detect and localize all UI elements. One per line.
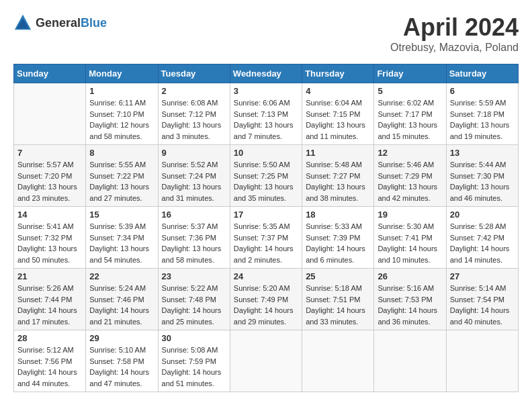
day-number: 20 [450, 210, 515, 220]
daylight-text: Daylight: 14 hours and 33 minutes. [306, 306, 365, 326]
weekday-header-tuesday: Tuesday [158, 64, 230, 83]
day-info: Sunrise: 5:08 AMSunset: 7:59 PMDaylight:… [162, 345, 226, 389]
sunset-text: Sunset: 7:12 PM [162, 110, 216, 118]
sunrise-text: Sunrise: 5:12 AM [17, 346, 74, 354]
calendar-cell: 7Sunrise: 5:57 AMSunset: 7:20 PMDaylight… [14, 145, 86, 207]
daylight-text: Daylight: 14 hours and 36 minutes. [378, 306, 437, 326]
daylight-text: Daylight: 13 hours and 19 minutes. [450, 121, 510, 140]
day-number: 7 [17, 148, 82, 158]
day-info: Sunrise: 5:26 AMSunset: 7:44 PMDaylight:… [17, 283, 82, 327]
sunset-text: Sunset: 7:10 PM [89, 110, 144, 118]
calendar-week-row: 28Sunrise: 5:12 AMSunset: 7:56 PMDayligh… [14, 330, 519, 392]
sunrise-text: Sunrise: 5:24 AM [89, 284, 146, 292]
sunrise-text: Sunrise: 5:16 AM [378, 284, 434, 292]
calendar-cell: 28Sunrise: 5:12 AMSunset: 7:56 PMDayligh… [14, 330, 86, 392]
sunrise-text: Sunrise: 5:20 AM [234, 284, 290, 292]
calendar-cell: 3Sunrise: 6:06 AMSunset: 7:13 PMDaylight… [230, 83, 302, 145]
day-number: 13 [450, 148, 515, 158]
day-info: Sunrise: 5:35 AMSunset: 7:37 PMDaylight:… [234, 221, 298, 265]
sunrise-text: Sunrise: 5:57 AM [17, 161, 74, 169]
sunset-text: Sunset: 7:49 PM [234, 295, 288, 304]
sunrise-text: Sunrise: 5:41 AM [17, 222, 74, 230]
day-info: Sunrise: 5:57 AMSunset: 7:20 PMDaylight:… [17, 159, 82, 203]
day-number: 28 [17, 333, 82, 343]
sunset-text: Sunset: 7:41 PM [378, 234, 432, 242]
calendar-cell: 2Sunrise: 6:08 AMSunset: 7:12 PMDaylight… [158, 83, 230, 145]
sunrise-text: Sunrise: 5:50 AM [234, 161, 290, 169]
sunrise-text: Sunrise: 5:39 AM [89, 222, 146, 230]
daylight-text: Daylight: 13 hours and 23 minutes. [17, 183, 77, 202]
calendar-cell: 1Sunrise: 6:11 AMSunset: 7:10 PMDaylight… [86, 83, 158, 145]
sunrise-text: Sunrise: 6:08 AM [162, 99, 218, 107]
daylight-text: Daylight: 14 hours and 10 minutes. [378, 244, 437, 264]
daylight-text: Daylight: 13 hours and 50 minutes. [17, 244, 77, 264]
day-info: Sunrise: 5:12 AMSunset: 7:56 PMDaylight:… [17, 345, 82, 389]
weekday-header-saturday: Saturday [446, 64, 518, 83]
day-number: 15 [89, 210, 154, 220]
sunset-text: Sunset: 7:13 PM [234, 110, 288, 118]
day-number: 3 [234, 86, 298, 96]
daylight-text: Daylight: 13 hours and 15 minutes. [378, 121, 437, 140]
sunset-text: Sunset: 7:39 PM [306, 234, 360, 242]
logo-text-general: General [36, 16, 81, 30]
sunset-text: Sunset: 7:30 PM [450, 172, 504, 180]
calendar-cell: 11Sunrise: 5:48 AMSunset: 7:27 PMDayligh… [302, 145, 374, 207]
month-title: April 2024 [390, 13, 519, 42]
sunset-text: Sunset: 7:20 PM [17, 172, 72, 180]
calendar-cell [14, 83, 86, 145]
sunset-text: Sunset: 7:24 PM [162, 172, 216, 180]
sunset-text: Sunset: 7:42 PM [450, 234, 504, 242]
day-info: Sunrise: 5:33 AMSunset: 7:39 PMDaylight:… [306, 221, 370, 265]
day-number: 25 [306, 271, 370, 281]
sunset-text: Sunset: 7:32 PM [17, 234, 72, 242]
day-info: Sunrise: 5:52 AMSunset: 7:24 PMDaylight:… [162, 159, 226, 203]
sunrise-text: Sunrise: 5:44 AM [450, 161, 506, 169]
daylight-text: Daylight: 13 hours and 35 minutes. [234, 183, 294, 202]
day-info: Sunrise: 5:30 AMSunset: 7:41 PMDaylight:… [378, 221, 442, 265]
day-number: 10 [234, 148, 298, 158]
day-number: 5 [378, 86, 442, 96]
day-number: 30 [162, 333, 226, 343]
calendar-cell: 25Sunrise: 5:18 AMSunset: 7:51 PMDayligh… [302, 269, 374, 330]
calendar-cell: 17Sunrise: 5:35 AMSunset: 7:37 PMDayligh… [230, 207, 302, 269]
calendar-cell [446, 330, 518, 392]
sunrise-text: Sunrise: 6:06 AM [234, 99, 290, 107]
sunrise-text: Sunrise: 5:46 AM [378, 161, 434, 169]
sunrise-text: Sunrise: 5:28 AM [450, 222, 506, 230]
daylight-text: Daylight: 13 hours and 42 minutes. [378, 183, 437, 202]
weekday-header-monday: Monday [86, 64, 158, 83]
sunrise-text: Sunrise: 6:02 AM [378, 99, 434, 107]
calendar-cell: 26Sunrise: 5:16 AMSunset: 7:53 PMDayligh… [374, 269, 446, 330]
day-number: 2 [162, 86, 226, 96]
sunset-text: Sunset: 7:37 PM [234, 234, 288, 242]
day-info: Sunrise: 5:37 AMSunset: 7:36 PMDaylight:… [162, 221, 226, 265]
day-info: Sunrise: 5:24 AMSunset: 7:46 PMDaylight:… [89, 283, 154, 327]
daylight-text: Daylight: 13 hours and 38 minutes. [306, 183, 365, 202]
weekday-header-thursday: Thursday [302, 64, 374, 83]
day-info: Sunrise: 5:55 AMSunset: 7:22 PMDaylight:… [89, 159, 154, 203]
sunset-text: Sunset: 7:25 PM [234, 172, 288, 180]
daylight-text: Daylight: 14 hours and 21 minutes. [89, 306, 149, 326]
sunset-text: Sunset: 7:15 PM [306, 110, 360, 118]
daylight-text: Daylight: 14 hours and 29 minutes. [234, 306, 294, 326]
calendar-cell: 19Sunrise: 5:30 AMSunset: 7:41 PMDayligh… [374, 207, 446, 269]
sunrise-text: Sunrise: 5:35 AM [234, 222, 290, 230]
calendar-cell [374, 330, 446, 392]
day-info: Sunrise: 5:50 AMSunset: 7:25 PMDaylight:… [234, 159, 298, 203]
calendar-week-row: 21Sunrise: 5:26 AMSunset: 7:44 PMDayligh… [14, 269, 519, 330]
day-number: 23 [162, 271, 226, 281]
calendar-cell: 16Sunrise: 5:37 AMSunset: 7:36 PMDayligh… [158, 207, 230, 269]
calendar-cell: 29Sunrise: 5:10 AMSunset: 7:58 PMDayligh… [86, 330, 158, 392]
calendar-cell: 15Sunrise: 5:39 AMSunset: 7:34 PMDayligh… [86, 207, 158, 269]
logo: GeneralBlue [13, 13, 107, 32]
sunrise-text: Sunrise: 5:37 AM [162, 222, 218, 230]
daylight-text: Daylight: 13 hours and 7 minutes. [234, 121, 294, 140]
weekday-header-row: SundayMondayTuesdayWednesdayThursdayFrid… [14, 64, 519, 83]
daylight-text: Daylight: 14 hours and 14 minutes. [450, 244, 510, 264]
day-info: Sunrise: 5:16 AMSunset: 7:53 PMDaylight:… [378, 283, 442, 327]
calendar-cell: 23Sunrise: 5:22 AMSunset: 7:48 PMDayligh… [158, 269, 230, 330]
calendar-cell: 22Sunrise: 5:24 AMSunset: 7:46 PMDayligh… [86, 269, 158, 330]
daylight-text: Daylight: 14 hours and 6 minutes. [306, 244, 365, 264]
day-number: 12 [378, 148, 442, 158]
day-number: 4 [306, 86, 370, 96]
